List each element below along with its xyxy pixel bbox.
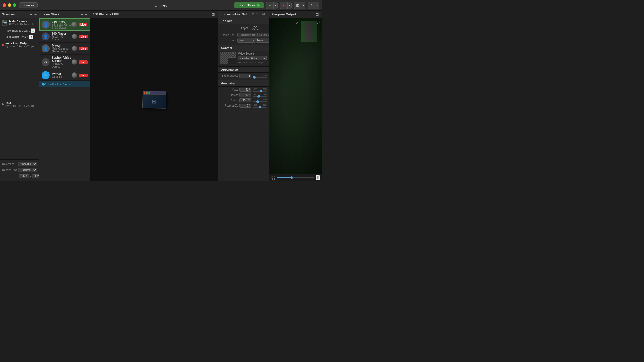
record-shortcut-variant[interactable]: Record Shortcut [258, 33, 269, 37]
rotation-input[interactable]: 0 ° [239, 104, 251, 108]
camera-sub-item-2[interactable]: 360 Adjust Center ⚙ [0, 34, 39, 40]
settings-dropdown[interactable]: ▼ [315, 2, 319, 9]
video-source-select[interactable]: mimoLive Output [238, 56, 267, 60]
layer-info-0: 360 Placer mimoLive Ou...t in 3D Space [52, 20, 71, 29]
twitter-variant-bar: 🐦 Twitter Live Variant [39, 81, 90, 87]
remove-layer-button[interactable]: − [84, 12, 88, 17]
add-source-button[interactable]: + [30, 12, 33, 17]
variant-col-header: Layer Variant [252, 25, 267, 31]
source-item-mimo[interactable]: mimoLive Output Dynamic. 1440 x 720 px [0, 40, 39, 49]
traffic-lights [3, 3, 16, 7]
blend-edges-slider[interactable] [253, 77, 267, 78]
snapshot-dropdown[interactable]: ▼ [301, 2, 305, 9]
geometry-header: Geometry [218, 80, 269, 87]
pitch-row: Pitch: -17 ° -89 89 [220, 93, 267, 97]
preview-window: ⊞ [142, 91, 166, 109]
toolbar-right: Start Show ● ▼ ● ▼ ⊡ ▼ ⤴ ▼ [234, 2, 319, 9]
record-shortcut-layer[interactable]: Record Shortcut [237, 33, 258, 37]
reference-label: Reference: [2, 162, 18, 165]
layer-icon-4: 🐦 [42, 71, 50, 79]
layer-item-2[interactable]: 👤 Placer Main Camera (Fullscreen) Live [39, 43, 90, 55]
layer-item-1[interactable]: 👤 360 Placer Text in 3D Space Live [39, 31, 90, 43]
text-source-info: Text Dynamic. 1440 x 720 px [5, 101, 38, 107]
blend-edges-row: Blend Edges: 1 0 100 [220, 74, 267, 78]
sub-gear-1[interactable]: ⚙ [31, 28, 35, 33]
layer-knob-1[interactable] [72, 34, 77, 39]
layer-stack-header: Layer Stack + − [39, 11, 90, 18]
output-dropdown[interactable]: ▼ [273, 2, 278, 9]
start-show-button[interactable]: Start Show [234, 2, 264, 8]
record-button[interactable]: ● [280, 2, 287, 9]
source-item-text[interactable]: Text Dynamic. 1440 x 720 px [0, 100, 39, 109]
layer-sub-1: Text in 3D Space [52, 35, 72, 41]
zoom-label: Zoom: [220, 99, 238, 102]
blend-edges-input[interactable]: 1 [239, 74, 251, 78]
snapshot-button[interactable]: ⊡ [294, 2, 301, 9]
settings-button[interactable]: ⤴ [308, 2, 315, 9]
live-panel-header: 360 Placer – LIVE ⊡ [90, 11, 218, 18]
yaw-label: Yaw: [220, 88, 238, 91]
sub-gear-2[interactable]: ⚙ [29, 35, 33, 39]
render-size-label: Render Size: [2, 169, 18, 172]
yaw-slider-container: -180 180 [253, 88, 267, 92]
mimo-name: mimoLive Output [5, 42, 38, 45]
zoom-slider[interactable] [253, 101, 267, 102]
live-panel-expand[interactable]: ⊡ [211, 12, 215, 17]
reference-select[interactable]: Absolute Path [18, 162, 37, 166]
layer-name-3: Syphon Video Sender [52, 56, 72, 62]
zoom-input[interactable]: 190 % [239, 98, 251, 102]
add-layer-button[interactable]: + [80, 12, 83, 17]
detail-add-icon[interactable]: ⊕ [252, 12, 255, 16]
event-variant-select[interactable]: None [256, 38, 269, 43]
close-button[interactable] [3, 3, 6, 7]
preview-icon: ⊞ [152, 98, 156, 105]
layer-col: Layer [237, 27, 252, 30]
audio-settings-button[interactable]: ⚙ [316, 175, 320, 180]
layer-knob-0[interactable] [71, 22, 77, 27]
minimize-button[interactable] [8, 3, 11, 7]
hide-button[interactable]: Hide [260, 13, 267, 16]
yaw-slider[interactable] [253, 91, 267, 92]
arrow-left-overlay: ↗ [296, 21, 299, 25]
record-dropdown[interactable]: ▼ [287, 2, 292, 9]
yaw-row: Yaw: 41 ° -180 180 [220, 88, 267, 92]
yaw-input[interactable]: 41 ° [239, 88, 251, 92]
nav-back-button[interactable]: ‹ [220, 12, 222, 16]
layer-item-4[interactable]: 🐦 Twitter Variant 1 Live [39, 70, 90, 81]
layer-knob-4[interactable] [72, 72, 77, 78]
layer-name-0: 360 Placer [52, 20, 71, 23]
arrow-overlay: ↗ [316, 21, 320, 26]
pitch-input[interactable]: -17 ° [239, 93, 251, 97]
remove-source-button[interactable]: − [34, 12, 37, 17]
layer-sub-0: mimoLive Ou...t in 3D Space [52, 23, 71, 29]
event-label: Event: [220, 39, 235, 42]
snapshot-group: ⊡ ▼ [294, 2, 305, 9]
width-input[interactable]: 1440 [19, 174, 29, 178]
camera-sub-item-1[interactable]: 360 Theta S Desk... ⚙ [0, 27, 39, 34]
nav-forward-button[interactable]: › [224, 12, 225, 16]
layer-item-0[interactable]: 👤 360 Placer mimoLive Ou...t in 3D Space… [39, 18, 90, 31]
render-size-select[interactable]: Document Size [18, 168, 37, 172]
program-expand-button[interactable]: ⊡ [315, 12, 319, 17]
toggle-variant-col: Record Shortcut [258, 33, 269, 37]
rotation-slider[interactable] [253, 107, 267, 108]
size-separator: x [30, 175, 31, 178]
layer-item-3[interactable]: ⚙ Syphon Video Sender mimoLive Output Li… [39, 55, 90, 70]
fullscreen-button[interactable] [13, 3, 16, 7]
main-camera-info: Main Camera RICOH THETA S – None [9, 20, 38, 26]
program-preview: ↗ ↗ [269, 18, 322, 174]
pitch-slider[interactable] [253, 96, 267, 97]
source-item-main-camera[interactable]: 📷 1 Main Camera RICOH THETA S – None [0, 18, 39, 27]
detail-copy-icon[interactable]: ⊞ [256, 12, 258, 16]
layer-knob-3[interactable] [72, 59, 77, 65]
variant-col: Layer Variant [252, 25, 267, 32]
event-layer-select[interactable]: None [237, 38, 256, 43]
blend-edges-slider-container: 0 100 [253, 74, 267, 78]
output-green-button[interactable]: ● [266, 2, 273, 9]
audio-slider-track [277, 177, 314, 178]
live-badge-4: Live [79, 74, 88, 77]
sources-panel-button[interactable]: Sources [19, 2, 38, 8]
layer-knob-2[interactable] [72, 46, 77, 51]
geometry-title: Geometry [221, 82, 235, 85]
fisheye-overlay [269, 18, 322, 174]
